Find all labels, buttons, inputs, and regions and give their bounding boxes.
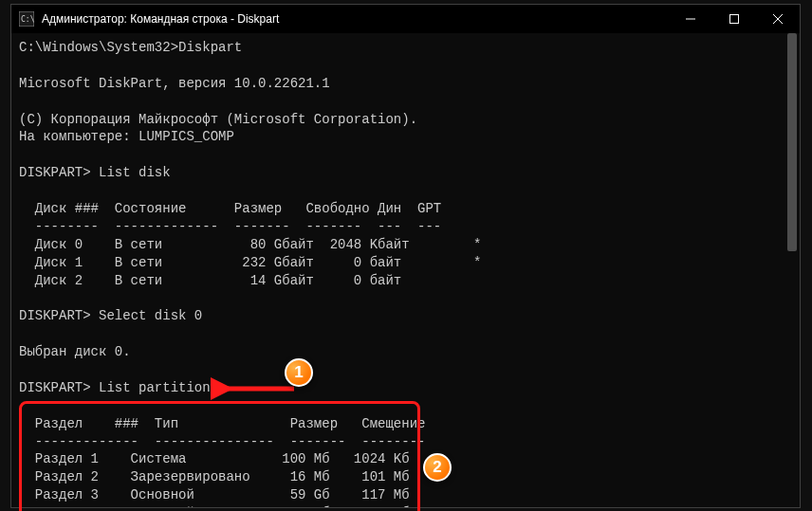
svg-rect-3 xyxy=(730,15,739,24)
cmd-select-disk: Select disk 0 xyxy=(99,308,202,323)
close-button[interactable] xyxy=(756,5,800,33)
part-row: Раздел 2 Зарезервировано 16 Mб 101 Mб xyxy=(19,469,410,484)
disk-divider: -------- ------------- ------- ------- -… xyxy=(19,219,441,234)
computer-line: На компьютере: LUMPICS_COMP xyxy=(19,129,234,144)
titlebar[interactable]: C:\ Администратор: Командная строка - Di… xyxy=(11,5,800,33)
svg-text:C:\: C:\ xyxy=(21,15,34,24)
terminal-output[interactable]: C:\Windows\System32>Diskpart Microsoft D… xyxy=(11,33,800,507)
cmd-list-disk: List disk xyxy=(99,165,171,180)
disk-header: Диск ### Состояние Размер Свободно Дин G… xyxy=(19,201,441,216)
prompt-path: C:\Windows\System32> xyxy=(19,40,178,55)
scrollbar-thumb[interactable] xyxy=(787,33,797,251)
minimize-button[interactable] xyxy=(669,5,712,33)
cmd-list-partition: List partition xyxy=(99,380,211,395)
selected-line: Выбран диск 0. xyxy=(19,344,131,359)
part-header: Раздел ### Тип Размер Смещение xyxy=(19,416,425,431)
part-divider: ------------- --------------- ------- --… xyxy=(19,434,425,449)
vertical-scrollbar[interactable] xyxy=(784,33,800,507)
part-row: Раздел 3 Основной 59 Gб 117 Mб xyxy=(19,487,410,502)
maximize-button[interactable] xyxy=(712,5,756,33)
prompt-diskpart: DISKPART> xyxy=(19,308,91,323)
part-row: Раздел 1 Система 100 Mб 1024 Kб xyxy=(19,451,410,466)
console-window: C:\ Администратор: Командная строка - Di… xyxy=(10,4,801,508)
disk-row: Диск 2 В сети 14 Gбайт 0 байт xyxy=(19,273,401,288)
prompt-diskpart: DISKPART> xyxy=(19,380,91,395)
disk-row: Диск 0 В сети 80 Gбайт 2048 Kбайт * xyxy=(19,237,481,252)
copyright-line: (C) Корпорация Майкрософт (Microsoft Cor… xyxy=(19,112,417,127)
cmd-icon: C:\ xyxy=(19,11,34,27)
cmd-diskpart: Diskpart xyxy=(178,40,242,55)
version-line: Microsoft DiskPart, версия 10.0.22621.1 xyxy=(19,76,330,91)
prompt-diskpart: DISKPART> xyxy=(19,165,91,180)
part-row: Раздел 4 Основной 19 Gб 59 Gб xyxy=(19,505,410,507)
window-title: Администратор: Командная строка - Diskpa… xyxy=(42,12,279,26)
disk-row: Диск 1 В сети 232 Gбайт 0 байт * xyxy=(19,255,481,270)
